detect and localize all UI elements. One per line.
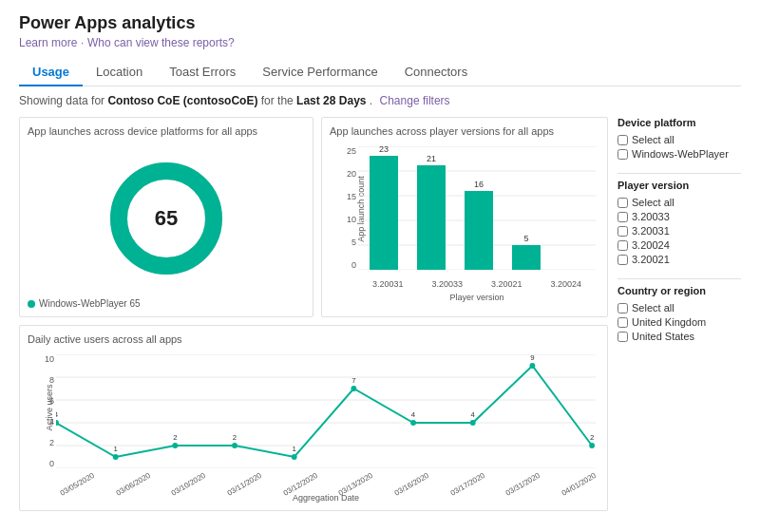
country-us-label: United States bbox=[632, 331, 694, 342]
country-uk-checkbox[interactable] bbox=[618, 317, 628, 328]
line-chart-card: Daily active users across all apps Activ… bbox=[19, 325, 608, 511]
device-windows-webplayer[interactable]: Windows-WebPlayer bbox=[618, 148, 741, 160]
point-8 bbox=[470, 420, 476, 426]
bar-label-2: 21 bbox=[427, 154, 436, 163]
change-filters-link[interactable]: Change filters bbox=[380, 94, 450, 107]
val-10: 2 bbox=[590, 433, 594, 442]
y-label-0: 0 bbox=[352, 260, 356, 270]
bar-label-4: 5 bbox=[523, 234, 528, 243]
line-chart-wrapper: Active users 10 8 6 4 2 0 bbox=[28, 351, 599, 503]
device-select-all-label: Select all bbox=[632, 134, 674, 145]
player-20024[interactable]: 3.20024 bbox=[618, 239, 741, 251]
player-20031-label: 3.20031 bbox=[632, 225, 670, 237]
country-select-all-checkbox[interactable] bbox=[618, 303, 628, 314]
player-20024-checkbox[interactable] bbox=[618, 240, 628, 251]
player-select-all-label: Select all bbox=[632, 197, 674, 208]
bar-label-3: 16 bbox=[474, 180, 484, 189]
val-7: 4 bbox=[411, 410, 416, 419]
val-4: 2 bbox=[233, 433, 237, 442]
player-version-title: Player version bbox=[618, 173, 741, 191]
bar-3 bbox=[465, 191, 493, 270]
player-20021-label: 3.20021 bbox=[632, 254, 670, 265]
line-chart-svg: 4 1 2 2 1 7 4 4 9 2 bbox=[56, 354, 596, 468]
player-20031-checkbox[interactable] bbox=[618, 226, 628, 237]
y-label-25: 25 bbox=[347, 146, 356, 156]
player-20033[interactable]: 3.20033 bbox=[618, 211, 741, 222]
val-8: 4 bbox=[471, 410, 476, 419]
point-5 bbox=[292, 454, 297, 460]
player-select-all[interactable]: Select all bbox=[618, 197, 741, 208]
bar-chart-wrapper: App launch count 25 20 15 10 5 0 bbox=[330, 142, 599, 304]
point-2 bbox=[113, 454, 119, 460]
line-y-0: 0 bbox=[49, 459, 54, 468]
val-6: 7 bbox=[352, 376, 355, 385]
line-y-4: 4 bbox=[49, 417, 54, 427]
val-2: 1 bbox=[113, 445, 118, 453]
line-y-2: 2 bbox=[49, 438, 54, 447]
player-20024-label: 3.20024 bbox=[632, 239, 670, 251]
bar-xlabel-3: 3.20021 bbox=[491, 279, 522, 289]
donut-container: 65 bbox=[28, 142, 305, 294]
device-select-all-checkbox[interactable] bbox=[618, 135, 628, 145]
val-9: 9 bbox=[530, 354, 535, 362]
bar-x-axis-title: Player version bbox=[358, 293, 596, 302]
top-charts-row: App launches across device platforms for… bbox=[19, 117, 608, 317]
learn-more-link[interactable]: Learn more bbox=[19, 36, 77, 49]
subtitle-sep: · bbox=[81, 36, 84, 49]
point-4 bbox=[232, 443, 238, 448]
country-us[interactable]: United States bbox=[618, 331, 741, 342]
bar-xlabel-1: 3.20031 bbox=[372, 279, 404, 289]
tab-usage[interactable]: Usage bbox=[19, 59, 83, 86]
player-version-section: Player version Select all 3.20033 3.2003… bbox=[618, 173, 741, 265]
device-windows-webplayer-checkbox[interactable] bbox=[618, 149, 628, 160]
line-y-8: 8 bbox=[49, 375, 54, 385]
player-20033-checkbox[interactable] bbox=[618, 212, 628, 222]
bar-4 bbox=[512, 245, 541, 270]
bar-xlabel-4: 3.20024 bbox=[550, 279, 581, 289]
y-label-10: 10 bbox=[347, 215, 356, 224]
bar-chart-title: App launches across player versions for … bbox=[330, 125, 599, 137]
player-20021[interactable]: 3.20021 bbox=[618, 254, 741, 265]
filter-tenant: Contoso CoE (contosoCoE) bbox=[107, 94, 257, 107]
bar-label-1: 23 bbox=[379, 146, 389, 154]
point-10 bbox=[589, 443, 595, 448]
y-label-20: 20 bbox=[347, 169, 356, 179]
donut-chart-card: App launches across device platforms for… bbox=[19, 117, 314, 317]
filter-bar: Showing data for Contoso CoE (contosoCoE… bbox=[19, 94, 741, 107]
donut-chart-title: App launches across device platforms for… bbox=[28, 125, 305, 137]
player-20021-checkbox[interactable] bbox=[618, 255, 628, 265]
line-y-6: 6 bbox=[49, 396, 54, 406]
bar-chart-svg: 23 21 16 5 bbox=[358, 146, 596, 270]
point-9 bbox=[529, 363, 535, 369]
point-3 bbox=[172, 443, 178, 448]
line-chart-title: Daily active users across all apps bbox=[28, 333, 599, 345]
country-uk[interactable]: United Kingdom bbox=[618, 316, 741, 328]
player-20031[interactable]: 3.20031 bbox=[618, 225, 741, 237]
tab-service-performance[interactable]: Service Performance bbox=[249, 59, 390, 86]
country-region-section: Country or region Select all United King… bbox=[618, 278, 741, 342]
player-20033-label: 3.20033 bbox=[632, 211, 670, 222]
view-reports-link[interactable]: Who can view these reports? bbox=[87, 36, 235, 49]
tab-toast-errors[interactable]: Toast Errors bbox=[156, 59, 249, 86]
y-label-5: 5 bbox=[352, 238, 356, 247]
player-select-all-checkbox[interactable] bbox=[618, 198, 628, 208]
point-7 bbox=[410, 420, 416, 426]
device-select-all[interactable]: Select all bbox=[618, 134, 741, 145]
page-subtitle: Learn more · Who can view these reports? bbox=[19, 35, 741, 49]
country-select-all-label: Select all bbox=[632, 302, 674, 314]
page-container: Power Apps analytics Learn more · Who ca… bbox=[0, 0, 760, 524]
country-us-checkbox[interactable] bbox=[618, 332, 628, 342]
tab-connectors[interactable]: Connectors bbox=[391, 59, 481, 86]
country-select-all[interactable]: Select all bbox=[618, 302, 741, 314]
main-layout: App launches across device platforms for… bbox=[19, 117, 741, 511]
device-platform-section: Device platform Select all Windows-WebPl… bbox=[618, 117, 741, 160]
filter-mid: for the bbox=[261, 94, 294, 107]
line-x-labels: 03/05/2020 03/06/2020 03/10/2020 03/11/2… bbox=[56, 481, 596, 489]
line-path bbox=[56, 366, 592, 457]
line-y-10: 10 bbox=[45, 354, 54, 364]
page-header: Power Apps analytics Learn more · Who ca… bbox=[19, 13, 741, 49]
val-5: 1 bbox=[293, 445, 297, 453]
device-platform-title: Device platform bbox=[618, 117, 741, 128]
val-3: 2 bbox=[173, 433, 177, 442]
tab-location[interactable]: Location bbox=[83, 59, 156, 86]
